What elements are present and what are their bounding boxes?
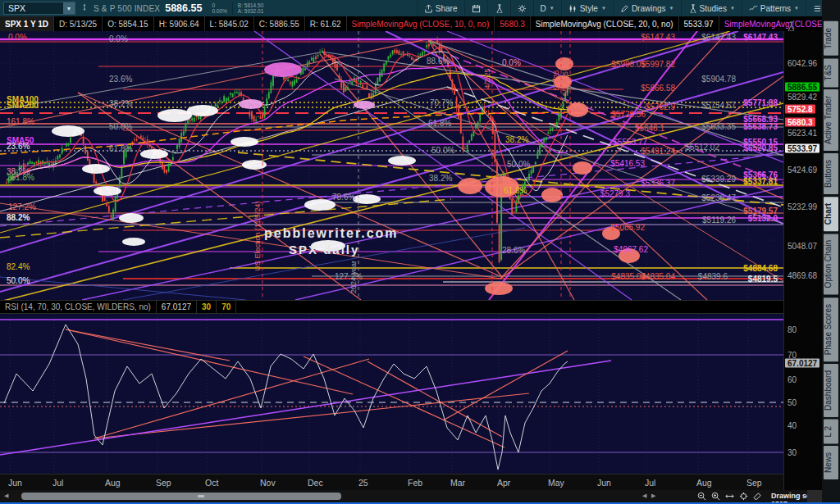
bid-ask-block: B: 5814.50 A: 5932.01 [232, 2, 263, 15]
price-chart-canvas[interactable]: US Election (11/5/24)2024 year4/2/255/7/… [0, 31, 783, 300]
rsi-chart-canvas[interactable] [0, 314, 783, 474]
axis-label: 5232.99 [788, 202, 817, 211]
event-vline-label: 4/2/25 [483, 68, 491, 89]
sidebar-tab-t-s[interactable]: T&S [824, 58, 838, 87]
patterns-button[interactable]: Patterns▼ [742, 0, 806, 16]
symbol-input[interactable]: SPX ▼ [3, 2, 75, 15]
sidebar-tab-news[interactable]: News [824, 446, 838, 479]
pink-highlight-ellipse[interactable] [458, 178, 482, 194]
event-vline-label: 5/7/25 [552, 70, 560, 90]
scrollbar-handle[interactable] [21, 493, 341, 500]
fib-price-label: $4835.04 [641, 272, 675, 281]
white-highlight-ellipse[interactable] [122, 238, 145, 246]
ohlc-cell: C: 5886.55 [254, 16, 305, 31]
change-value: 0 [212, 2, 226, 8]
gear-icon[interactable] [510, 0, 533, 16]
pan-left-icon[interactable]: ◀ [642, 493, 646, 499]
event-vline-label: 5/13/25 [561, 71, 569, 96]
price-axis[interactable]: 6042.965829.425623.415424.695232.995048.… [783, 16, 822, 490]
share-button[interactable]: Share [417, 0, 464, 16]
pink-highlight-ellipse[interactable] [485, 282, 513, 295]
drawings-button[interactable]: Drawings▼ [613, 0, 681, 16]
fib-price-label: $5132.0 [748, 214, 778, 223]
white-highlight-ellipse[interactable] [231, 137, 258, 147]
month-label: Aug [105, 478, 121, 488]
rsi-oversold-level: 30 [197, 301, 217, 313]
sidebar-tab-buttons[interactable]: Buttons [824, 153, 838, 194]
rsi-value: 67.0127 [157, 301, 197, 313]
top-toolbar: SPX ▼ S & P 500 INDEX 5886.55 0 0.00% B:… [0, 0, 840, 16]
fib-percent-label: 127.2% [335, 272, 363, 281]
chevron-down-icon: ▼ [601, 6, 606, 11]
zoom-out-icon[interactable] [697, 489, 706, 504]
fib-price-label: $6147.43 [743, 33, 778, 42]
fib-price-label: $5866.58 [641, 84, 675, 93]
axis-label: 5048.07 [788, 242, 817, 251]
fib-price-label: $5279.3 [600, 189, 631, 198]
rsi-study-header: RSI (14, 70, 30, CLOSE, WILDERS, no) 67.… [0, 300, 783, 314]
right-sidebar: TradeT&SActive TraderButtonsChartOption … [822, 0, 840, 504]
pink-highlight-ellipse[interactable] [354, 101, 375, 109]
rsi-study-name[interactable]: RSI (14, 70, 30, CLOSE, WILDERS, no) [0, 301, 157, 313]
study-legend-value: 5680.3 [495, 16, 531, 31]
symbol-dropdown-arrow[interactable]: ▼ [63, 2, 75, 14]
ask-value: A: 5932.01 [238, 8, 263, 14]
sidebar-tab-trade[interactable]: Trade [824, 21, 838, 56]
fib-percent-label: 28.6% [502, 246, 525, 255]
axis-label: 50 [788, 398, 797, 407]
pink-highlight-ellipse[interactable] [541, 188, 563, 202]
crosshair-icon[interactable] [739, 489, 748, 504]
price-badge: 5680.3 [785, 118, 815, 127]
chevron-down-icon: ▼ [550, 6, 555, 11]
sidebar-tab-option-chain[interactable]: Option Chain [824, 234, 838, 294]
month-label: Feb [408, 478, 422, 488]
fib-price-label: $4967.62 [614, 245, 648, 254]
style-button[interactable]: Style▼ [561, 0, 613, 16]
white-highlight-ellipse[interactable] [119, 213, 144, 223]
sidebar-tab-dashboard[interactable]: Dashboard [824, 364, 838, 417]
ohlc-bar: SPX 1 Y 1DD: 5/13/25O: 5854.15H: 5906.64… [0, 16, 840, 31]
horizontal-expand-icon[interactable] [725, 489, 734, 504]
white-highlight-ellipse[interactable] [82, 164, 110, 174]
scroll-left-icon[interactable]: ◀ [4, 493, 8, 499]
last-price: 5886.55 [165, 2, 202, 14]
fib-price-label: $5085.92 [610, 223, 645, 232]
chart-symbol-timeframe: SPX 1 Y 1D [0, 16, 54, 31]
month-label: Jun [597, 478, 611, 488]
pink-highlight-ellipse[interactable] [555, 57, 573, 70]
white-highlight-ellipse[interactable] [140, 149, 168, 159]
white-highlight-ellipse[interactable] [388, 156, 416, 166]
flask-icon[interactable] [487, 0, 510, 16]
pan-right-icon[interactable]: ▶ [651, 493, 655, 499]
fib-percent-label: 23.6% [109, 75, 132, 84]
sidebar-tab-chart[interactable]: Chart [824, 197, 838, 231]
white-highlight-ellipse[interactable] [353, 194, 381, 204]
ohlc-cell: D: 5/13/25 [54, 16, 103, 31]
sidebar-tab-active-trader[interactable]: Active Trader [824, 89, 838, 151]
white-highlight-ellipse[interactable] [304, 199, 336, 211]
study-legend-name[interactable]: SimpleMovingAvg (CLOSE, 10, 0, no) [347, 16, 495, 31]
studies-button[interactable]: Studies▼ [681, 0, 742, 16]
pink-highlight-ellipse[interactable] [264, 62, 302, 77]
fib-price-label: $5520.85 [743, 143, 778, 152]
zoom-in-icon[interactable] [711, 489, 720, 504]
fib-percent-label: 70.7% [430, 98, 453, 107]
calendar-icon[interactable] [464, 0, 487, 16]
pink-highlight-ellipse[interactable] [239, 99, 263, 109]
d-button[interactable]: D▼ [533, 0, 561, 16]
pink-highlight-ellipse[interactable] [573, 161, 592, 175]
white-highlight-ellipse[interactable] [94, 186, 121, 196]
eraser-icon[interactable] [753, 489, 762, 504]
sidebar-tab-l-2[interactable]: L 2 [824, 420, 838, 444]
white-highlight-ellipse[interactable] [187, 105, 218, 116]
study-legend-name[interactable]: SimpleMovingAvg (CLOSE, 20, 0, no) [531, 16, 679, 31]
white-highlight-ellipse[interactable] [52, 125, 84, 137]
resize-grip[interactable] [807, 490, 822, 502]
fib-percent-label: 50.0% [507, 160, 530, 169]
study-legend-value: 5533.97 [679, 16, 719, 31]
fib-percent-label: 0.0% [109, 34, 128, 43]
white-highlight-ellipse[interactable] [158, 109, 192, 122]
calendar-icon [472, 4, 481, 13]
quick-study-icon[interactable] [786, 20, 796, 34]
sidebar-tab-phase-scores[interactable]: Phase Scores [824, 297, 838, 361]
